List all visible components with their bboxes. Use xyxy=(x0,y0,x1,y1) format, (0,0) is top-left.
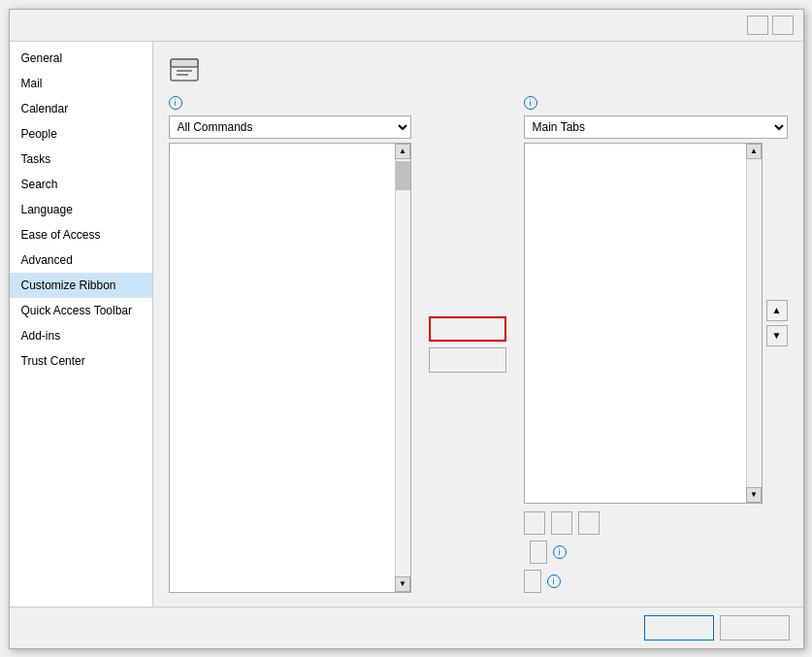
import-export-button[interactable] xyxy=(524,570,541,593)
nav-item-calendar[interactable]: Calendar xyxy=(10,96,152,121)
new-tab-button[interactable] xyxy=(524,511,545,535)
cancel-button[interactable] xyxy=(720,615,790,641)
content-header xyxy=(169,55,788,86)
commands-list-container: ▲ ▼ xyxy=(169,143,411,593)
title-bar xyxy=(10,10,803,42)
dialog-footer xyxy=(10,607,803,648)
ribbon-label: i xyxy=(524,96,788,110)
nav-item-add-ins[interactable]: Add-ins xyxy=(10,323,152,348)
move-down-button[interactable]: ▼ xyxy=(766,325,788,346)
import-export-info-icon[interactable]: i xyxy=(547,575,561,588)
ribbon-scroll-up[interactable]: ▲ xyxy=(746,144,762,159)
commands-scrollbar[interactable]: ▲ ▼ xyxy=(395,144,410,592)
ribbon-info-icon[interactable]: i xyxy=(524,96,537,110)
reset-button[interactable] xyxy=(530,541,547,564)
nav-item-mail[interactable]: Mail xyxy=(10,71,152,96)
commands-list xyxy=(170,144,395,592)
reset-info-icon[interactable]: i xyxy=(553,545,567,559)
commands-dropdown[interactable]: All Commands xyxy=(169,115,411,139)
nav-item-ease-of-access[interactable]: Ease of Access xyxy=(10,222,152,247)
outlook-options-dialog: GeneralMailCalendarPeopleTasksSearchLang… xyxy=(9,9,804,649)
commands-label: i xyxy=(169,96,411,110)
help-button[interactable] xyxy=(747,16,768,35)
nav-item-search[interactable]: Search xyxy=(10,172,152,197)
nav-item-customize-ribbon[interactable]: Customize Ribbon xyxy=(10,273,152,298)
nav-item-quick-access[interactable]: Quick Access Toolbar xyxy=(10,298,152,323)
title-bar-controls xyxy=(747,16,794,35)
two-panel: i All Commands ▲ ▼ xyxy=(169,96,788,593)
commands-info-icon[interactable]: i xyxy=(169,96,182,110)
nav-item-tasks[interactable]: Tasks xyxy=(10,147,152,172)
add-button[interactable] xyxy=(429,316,506,342)
nav-item-trust-center[interactable]: Trust Center xyxy=(10,348,152,374)
ribbon-icon xyxy=(169,55,200,86)
nav-item-people[interactable]: People xyxy=(10,121,152,147)
nav-item-language[interactable]: Language xyxy=(10,197,152,222)
customizations-row: i xyxy=(524,541,788,564)
left-nav: GeneralMailCalendarPeopleTasksSearchLang… xyxy=(10,42,153,607)
up-down-buttons: ▲ ▼ xyxy=(766,143,788,504)
scroll-down-btn[interactable]: ▼ xyxy=(395,576,410,592)
dialog-body: GeneralMailCalendarPeopleTasksSearchLang… xyxy=(10,42,803,607)
scroll-up-btn[interactable]: ▲ xyxy=(395,144,410,159)
ribbon-dropdown[interactable]: Main Tabs xyxy=(524,115,788,139)
close-button[interactable] xyxy=(772,16,794,35)
remove-button[interactable] xyxy=(429,347,506,373)
left-panel: i All Commands ▲ ▼ xyxy=(169,96,411,593)
scroll-thumb xyxy=(396,161,410,190)
import-export-row: i xyxy=(524,570,788,593)
nav-item-advanced[interactable]: Advanced xyxy=(10,247,152,273)
right-content: i All Commands ▲ ▼ xyxy=(153,42,803,607)
move-up-button[interactable]: ▲ xyxy=(766,300,788,321)
ribbon-scroll-down[interactable]: ▼ xyxy=(746,487,762,503)
ribbon-tree xyxy=(525,144,746,503)
rename-button[interactable] xyxy=(578,511,600,535)
new-group-button[interactable] xyxy=(551,511,572,535)
middle-buttons xyxy=(421,96,514,593)
svg-rect-1 xyxy=(171,59,198,67)
ok-button[interactable] xyxy=(644,615,714,641)
action-row xyxy=(524,511,788,535)
right-panel: i Main Tabs ▲ ▼ xyxy=(524,96,788,593)
nav-item-general[interactable]: General xyxy=(10,46,152,71)
ribbon-tree-container: ▲ ▼ xyxy=(524,143,763,504)
ribbon-scrollbar[interactable]: ▲ ▼ xyxy=(746,144,762,503)
